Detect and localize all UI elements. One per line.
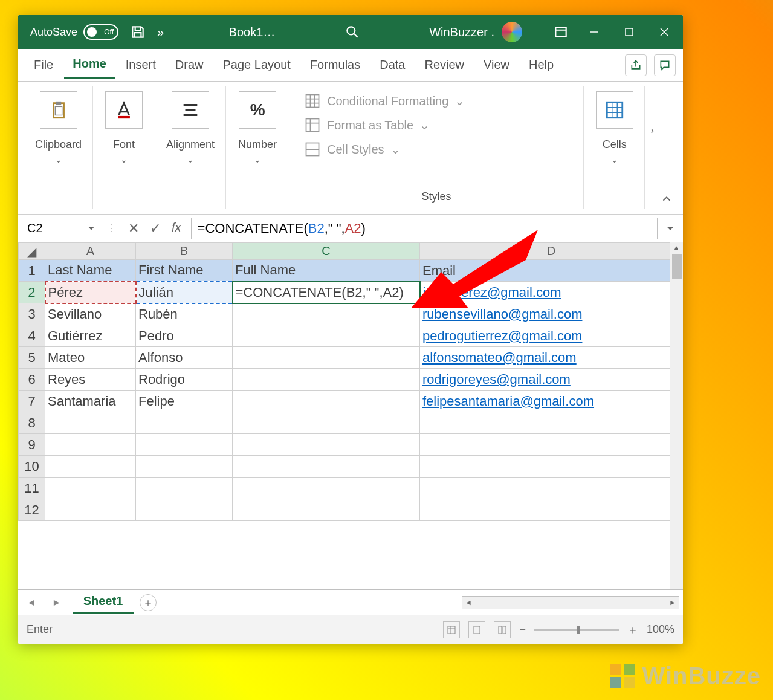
select-all-corner[interactable]: ◢ bbox=[19, 243, 45, 260]
tab-data[interactable]: Data bbox=[371, 52, 413, 78]
view-normal-button[interactable] bbox=[443, 621, 460, 638]
cell[interactable] bbox=[233, 391, 420, 412]
maximize-button[interactable] bbox=[615, 20, 643, 44]
cell[interactable] bbox=[136, 412, 233, 434]
insert-function-button[interactable]: fx bbox=[172, 221, 181, 236]
cell[interactable] bbox=[233, 434, 420, 456]
formula-input[interactable]: =CONCATENATE(B2," ",A2) bbox=[191, 218, 658, 239]
cell[interactable]: Santamaria bbox=[45, 391, 136, 412]
row-header[interactable]: 6 bbox=[19, 369, 45, 391]
conditional-formatting-button[interactable]: Conditional Formatting ⌄ bbox=[304, 92, 465, 109]
new-sheet-button[interactable]: ＋ bbox=[140, 594, 157, 611]
cell[interactable] bbox=[233, 456, 420, 478]
cell[interactable]: Gutiérrez bbox=[45, 325, 136, 347]
cell-styles-button[interactable]: Cell Styles ⌄ bbox=[304, 141, 400, 158]
minimize-button[interactable] bbox=[580, 20, 608, 44]
cell[interactable] bbox=[45, 412, 136, 434]
row-header[interactable]: 12 bbox=[19, 499, 45, 521]
cell[interactable]: Pedro bbox=[136, 325, 233, 347]
cell[interactable] bbox=[136, 456, 233, 478]
clipboard-dropdown[interactable]: ⌄ bbox=[55, 155, 62, 164]
cell[interactable]: Sevillano bbox=[45, 303, 136, 325]
comments-button[interactable] bbox=[654, 54, 676, 76]
cell[interactable] bbox=[233, 347, 420, 369]
column-header-A[interactable]: A bbox=[45, 243, 136, 260]
format-as-table-button[interactable]: Format as Table ⌄ bbox=[304, 117, 430, 134]
cell[interactable]: Rodrigo bbox=[136, 369, 233, 391]
cell[interactable] bbox=[233, 499, 420, 521]
share-button[interactable] bbox=[625, 54, 647, 76]
tab-help[interactable]: Help bbox=[520, 52, 562, 78]
tab-view[interactable]: View bbox=[475, 52, 518, 78]
view-page-layout-button[interactable] bbox=[468, 621, 485, 638]
cell[interactable] bbox=[233, 369, 420, 391]
cell[interactable]: Mateo bbox=[45, 347, 136, 369]
number-dropdown[interactable]: ⌄ bbox=[254, 155, 261, 164]
cell-C2-active[interactable]: =CONCATENATE(B2," ",A2) bbox=[233, 282, 420, 303]
cell[interactable] bbox=[136, 478, 233, 499]
tab-review[interactable]: Review bbox=[416, 52, 473, 78]
cell[interactable] bbox=[420, 499, 683, 521]
zoom-in-button[interactable]: ＋ bbox=[627, 623, 638, 637]
cell[interactable]: Felipe bbox=[136, 391, 233, 412]
cell[interactable] bbox=[45, 499, 136, 521]
cell[interactable] bbox=[420, 434, 683, 456]
collapse-ribbon-button[interactable] bbox=[660, 86, 677, 209]
qat-overflow[interactable]: » bbox=[157, 25, 164, 39]
cancel-formula-button[interactable]: ✕ bbox=[128, 221, 139, 236]
user-avatar[interactable] bbox=[502, 22, 522, 42]
zoom-slider[interactable] bbox=[534, 629, 619, 631]
file-name[interactable]: Book1… bbox=[229, 25, 276, 39]
ribbon-overflow[interactable]: › bbox=[646, 86, 659, 209]
worksheet-grid[interactable]: ◢ A B C D 1 Last Name First Name Full Na… bbox=[18, 242, 683, 589]
sheet-nav-prev[interactable]: ◄ bbox=[22, 597, 41, 608]
column-header-D[interactable]: D bbox=[420, 243, 683, 260]
cell[interactable] bbox=[233, 412, 420, 434]
cell[interactable] bbox=[136, 499, 233, 521]
alignment-button[interactable] bbox=[172, 91, 209, 129]
horizontal-scrollbar[interactable]: ◄► bbox=[462, 596, 679, 609]
font-button[interactable] bbox=[105, 91, 143, 129]
cell[interactable]: alfonsomateo@gmail.com bbox=[420, 347, 683, 369]
cell[interactable]: julianperez@gmail.com bbox=[420, 282, 683, 303]
cells-dropdown[interactable]: ⌄ bbox=[611, 155, 618, 164]
column-header-C[interactable]: C bbox=[233, 243, 420, 260]
row-header[interactable]: 5 bbox=[19, 347, 45, 369]
row-header[interactable]: 1 bbox=[19, 260, 45, 282]
cell[interactable]: Reyes bbox=[45, 369, 136, 391]
cell[interactable]: Alfonso bbox=[136, 347, 233, 369]
ribbon-mode-button[interactable] bbox=[549, 20, 573, 44]
tab-file[interactable]: File bbox=[25, 52, 62, 78]
row-header[interactable]: 8 bbox=[19, 412, 45, 434]
row-header[interactable]: 4 bbox=[19, 325, 45, 347]
zoom-level[interactable]: 100% bbox=[647, 623, 674, 636]
cell[interactable]: Last Name bbox=[45, 260, 136, 282]
cell[interactable]: rubensevillano@gmail.com bbox=[420, 303, 683, 325]
cell[interactable] bbox=[420, 456, 683, 478]
row-header[interactable]: 3 bbox=[19, 303, 45, 325]
vertical-scrollbar[interactable] bbox=[670, 242, 683, 589]
view-page-break-button[interactable] bbox=[494, 621, 511, 638]
enter-formula-button[interactable]: ✓ bbox=[150, 221, 161, 236]
sheet-nav-next[interactable]: ► bbox=[47, 597, 66, 608]
cell[interactable]: rodrigoreyes@gmail.com bbox=[420, 369, 683, 391]
tab-home[interactable]: Home bbox=[64, 51, 115, 79]
number-button[interactable]: % bbox=[239, 91, 276, 129]
column-header-B[interactable]: B bbox=[136, 243, 233, 260]
cell[interactable] bbox=[45, 478, 136, 499]
tab-formulas[interactable]: Formulas bbox=[302, 52, 369, 78]
cells-button[interactable] bbox=[596, 91, 633, 129]
close-button[interactable] bbox=[650, 20, 678, 44]
search-button[interactable] bbox=[340, 20, 364, 44]
sheet-tab-sheet1[interactable]: Sheet1 bbox=[73, 591, 134, 614]
cell[interactable] bbox=[45, 456, 136, 478]
cell[interactable]: Rubén bbox=[136, 303, 233, 325]
cell[interactable]: pedrogutierrez@gmail.com bbox=[420, 325, 683, 347]
save-button[interactable] bbox=[126, 20, 150, 44]
alignment-dropdown[interactable]: ⌄ bbox=[187, 155, 194, 164]
row-header[interactable]: 9 bbox=[19, 434, 45, 456]
cell[interactable] bbox=[136, 434, 233, 456]
row-header[interactable]: 7 bbox=[19, 391, 45, 412]
row-header[interactable]: 2 bbox=[19, 282, 45, 303]
cell-B2[interactable]: Julián bbox=[136, 282, 233, 303]
